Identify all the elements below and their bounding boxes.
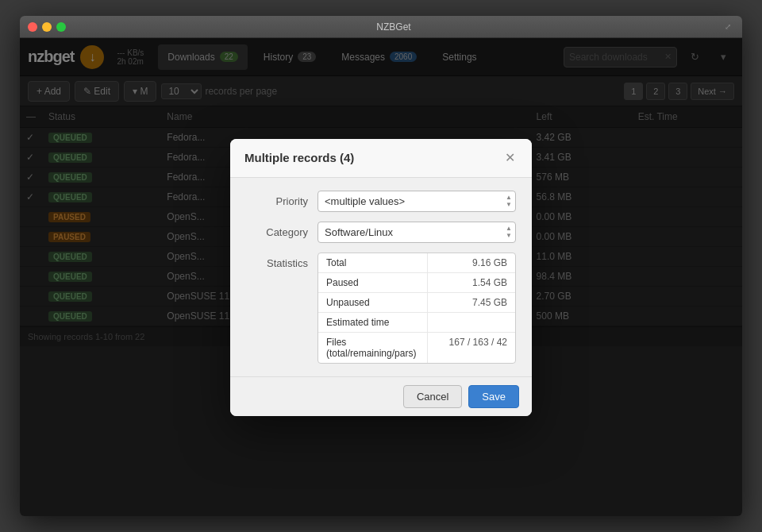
category-select[interactable]: Software/Linux Software/Windows Movies M…	[318, 222, 502, 242]
priority-row: Priority <multiple values> Very High Hig…	[246, 191, 516, 212]
priority-label: Priority	[246, 195, 318, 207]
modal-header: Multiple records (4) ✕	[230, 139, 532, 178]
stats-row-total: Total 9.16 GB	[318, 253, 515, 273]
stats-row-estimated: Estimated time	[318, 313, 515, 333]
category-arrows: ▲ ▼	[502, 226, 515, 239]
modal-footer: Cancel Save	[230, 376, 532, 416]
modal-title: Multiple records (4)	[244, 151, 354, 164]
traffic-lights	[28, 22, 66, 32]
window-title: NZBGet	[66, 21, 722, 33]
category-row: Category Software/Linux Software/Windows…	[246, 222, 516, 243]
statistics-label: Statistics	[246, 253, 318, 269]
fullscreen-icon[interactable]: ⤢	[722, 21, 734, 33]
stats-row-paused: Paused 1.54 GB	[318, 273, 515, 293]
priority-select-wrap: <multiple values> Very High High Normal …	[318, 191, 516, 212]
modal-body: Priority <multiple values> Very High Hig…	[230, 178, 532, 376]
titlebar: NZBGet ⤢	[20, 16, 742, 38]
close-button[interactable]	[28, 22, 37, 32]
modal-close-button[interactable]: ✕	[502, 150, 518, 166]
minimize-button[interactable]	[42, 22, 52, 32]
stats-row-files: Files (total/remaining/pars) 167 / 163 /…	[318, 333, 515, 363]
modal-overlay: Multiple records (4) ✕ Priority <multipl…	[20, 38, 742, 516]
statistics-row: Statistics Total 9.16 GB Paused 1.54 GB	[246, 253, 516, 364]
category-select-wrap: Software/Linux Software/Windows Movies M…	[318, 222, 516, 243]
stats-row-unpaused: Unpaused 7.45 GB	[318, 293, 515, 313]
priority-select[interactable]: <multiple values> Very High High Normal …	[318, 191, 502, 211]
priority-arrows: ▲ ▼	[502, 195, 515, 208]
save-button[interactable]: Save	[468, 385, 519, 408]
cancel-button[interactable]: Cancel	[403, 385, 462, 408]
maximize-button[interactable]	[56, 22, 66, 32]
statistics-table: Total 9.16 GB Paused 1.54 GB Unpaused 7.…	[318, 253, 516, 364]
modal-dialog: Multiple records (4) ✕ Priority <multipl…	[230, 139, 532, 416]
category-label: Category	[246, 226, 318, 238]
